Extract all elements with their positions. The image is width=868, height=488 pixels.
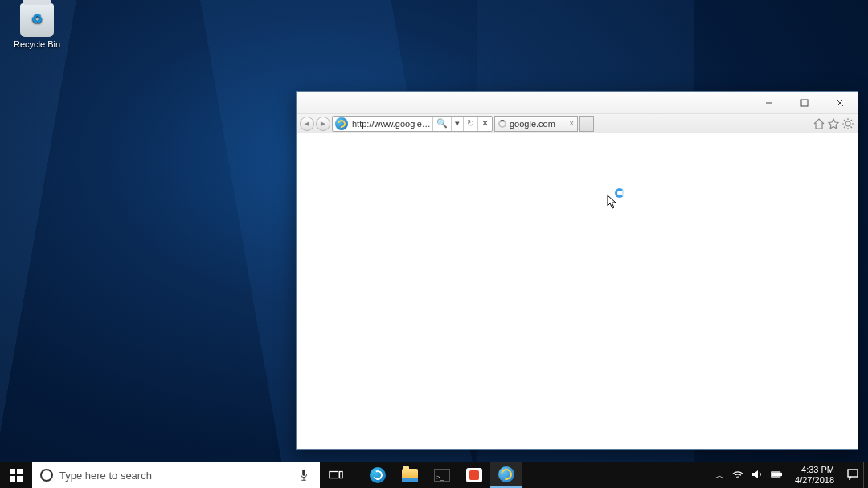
- folder-icon: [402, 469, 418, 482]
- svg-rect-1: [801, 100, 808, 106]
- show-desktop-button[interactable]: [863, 462, 868, 488]
- home-icon[interactable]: [813, 117, 825, 130]
- taskbar-ie[interactable]: [490, 462, 522, 488]
- svg-rect-14: [772, 473, 780, 476]
- cortana-mic-button[interactable]: [288, 462, 320, 488]
- svg-rect-11: [340, 472, 343, 478]
- taskbar: Type here to search ︿ 4:33 PM: [0, 462, 868, 488]
- svg-rect-5: [10, 469, 15, 474]
- browser-content[interactable]: [297, 133, 858, 449]
- cursor-icon: [607, 195, 618, 212]
- start-button[interactable]: [0, 462, 32, 488]
- svg-rect-8: [17, 476, 23, 482]
- recycle-bin-icon[interactable]: ♻ Recycle Bin: [8, 3, 66, 49]
- taskbar-camtasia[interactable]: [458, 462, 490, 488]
- new-tab-button[interactable]: [579, 116, 594, 132]
- svg-rect-10: [330, 472, 338, 478]
- ie-window[interactable]: ◄ ► http://www.google.... 🔍 ▾ ↻ ✕ google…: [296, 91, 858, 450]
- tab-title: google.com: [510, 119, 566, 129]
- address-dropdown[interactable]: ▾: [451, 117, 463, 131]
- ie-icon: [498, 466, 514, 482]
- loading-spinner-icon: [498, 120, 506, 128]
- close-button[interactable]: [822, 92, 858, 114]
- favorites-icon[interactable]: [827, 117, 840, 130]
- url-text[interactable]: http://www.google....: [350, 119, 432, 129]
- search-button[interactable]: 🔍: [432, 117, 451, 131]
- trash-icon: ♻: [20, 3, 54, 37]
- svg-rect-7: [10, 476, 15, 482]
- forward-button[interactable]: ►: [316, 117, 330, 131]
- clock-date: 4/27/2018: [795, 475, 834, 486]
- minimize-button[interactable]: [751, 92, 787, 114]
- svg-point-4: [845, 121, 850, 126]
- svg-rect-13: [780, 473, 782, 475]
- ie-logo-icon: [335, 117, 348, 130]
- edge-icon: [370, 467, 386, 483]
- taskbar-file-explorer[interactable]: [394, 462, 426, 488]
- ie-toolbar: ◄ ► http://www.google.... 🔍 ▾ ↻ ✕ google…: [297, 114, 858, 133]
- back-button[interactable]: ◄: [300, 117, 314, 131]
- browser-tab[interactable]: google.com ×: [494, 116, 578, 132]
- volume-icon[interactable]: [751, 469, 763, 482]
- taskbar-cmd[interactable]: [426, 462, 458, 488]
- cortana-icon: [40, 469, 53, 482]
- stop-button[interactable]: ✕: [477, 117, 492, 131]
- recycle-bin-label: Recycle Bin: [8, 39, 66, 49]
- desktop[interactable]: ♻ Recycle Bin ◄ ► http://www.google.... …: [0, 0, 868, 488]
- maximize-button[interactable]: [787, 92, 822, 114]
- search-placeholder: Type here to search: [59, 470, 152, 482]
- clock-time: 4:33 PM: [795, 465, 834, 475]
- tools-icon[interactable]: [841, 117, 854, 130]
- taskbar-edge[interactable]: [362, 462, 394, 488]
- terminal-icon: [434, 469, 450, 482]
- svg-rect-9: [302, 470, 305, 476]
- ie-titlebar[interactable]: [297, 92, 858, 114]
- svg-rect-6: [17, 469, 23, 474]
- action-center-button[interactable]: [847, 469, 858, 482]
- tray-overflow-button[interactable]: ︿: [715, 470, 724, 482]
- svg-rect-15: [848, 470, 858, 477]
- taskbar-clock[interactable]: 4:33 PM 4/27/2018: [790, 463, 839, 487]
- tab-close-button[interactable]: ×: [569, 119, 574, 128]
- recorder-icon: [466, 468, 482, 482]
- address-bar[interactable]: http://www.google.... 🔍 ▾ ↻ ✕: [332, 116, 493, 132]
- taskbar-search[interactable]: Type here to search: [32, 462, 288, 488]
- task-view-button[interactable]: [320, 462, 352, 488]
- system-tray: ︿ 4:33 PM 4/27/2018: [710, 462, 863, 488]
- network-icon[interactable]: [732, 469, 743, 482]
- refresh-button[interactable]: ↻: [463, 117, 477, 131]
- battery-icon[interactable]: [771, 469, 782, 482]
